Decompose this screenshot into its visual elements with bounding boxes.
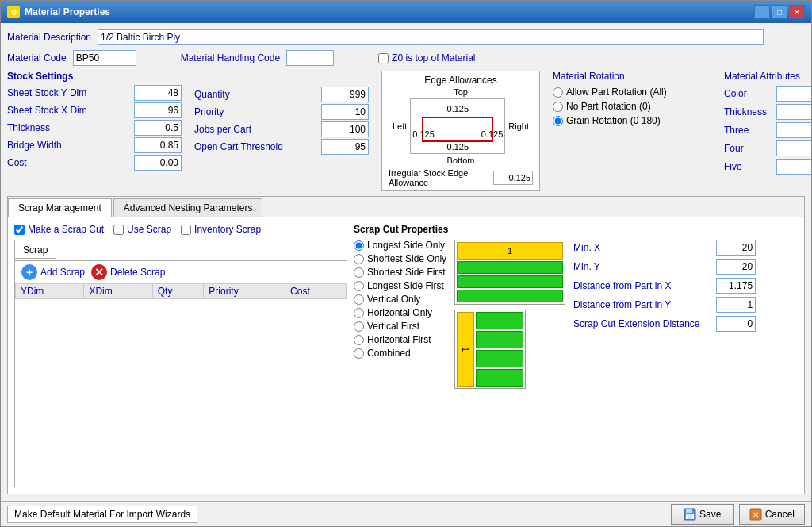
- cut-radio-1[interactable]: [354, 254, 364, 264]
- rotation-title: Material Rotation: [553, 71, 711, 82]
- qty-field-2: Jobs per Cart: [194, 121, 369, 137]
- cut-opt-label-0: Longest Side Only: [367, 240, 445, 251]
- stock-input-4[interactable]: [134, 155, 182, 171]
- cut-radio-8[interactable]: [354, 348, 364, 359]
- stock-label-1: Sheet Stock X Dim: [7, 105, 87, 116]
- radio-opt-7: Horizontal First: [354, 334, 446, 345]
- attr-label-2: Three: [724, 125, 772, 136]
- stock-field-0: Sheet Stock Y Dim: [7, 85, 182, 101]
- edge-left-text: Left: [393, 121, 407, 131]
- qty-input-1[interactable]: [321, 104, 369, 120]
- qty-input-0[interactable]: [321, 87, 369, 102]
- rotation-radio-2[interactable]: [553, 116, 563, 126]
- delete-scrap-label: Delete Scrap: [110, 267, 165, 278]
- rotation-radio-0[interactable]: [553, 87, 563, 98]
- cut-radio-7[interactable]: [354, 335, 364, 345]
- stock-field-4: Cost: [7, 155, 182, 171]
- vis-grn-c: [476, 350, 523, 367]
- visualization-area: 1 1: [454, 240, 565, 389]
- tab-advanced-nesting[interactable]: Advanced Nesting Parameters: [113, 198, 263, 217]
- material-handling-input[interactable]: [286, 50, 334, 66]
- attr-input-0[interactable]: [776, 86, 811, 102]
- cut-prop-input-4[interactable]: [716, 316, 756, 332]
- z0-checkbox[interactable]: [378, 53, 389, 63]
- use-scrap-checkbox[interactable]: [113, 225, 124, 235]
- vis-green-1: [457, 261, 563, 274]
- attr-input-3[interactable]: [776, 140, 811, 156]
- cut-prop-row-1: Min. Y: [573, 259, 756, 275]
- stock-field-1: Sheet Stock X Dim: [7, 102, 182, 118]
- svg-text:✕: ✕: [753, 510, 759, 519]
- cut-radio-6[interactable]: [354, 321, 364, 332]
- cut-prop-row-3: Distance from Part in Y: [573, 297, 756, 313]
- stock-input-3[interactable]: [134, 137, 182, 153]
- irregular-input[interactable]: [493, 171, 533, 185]
- irregular-label: Irregular Stock Edge Allowance: [389, 168, 490, 187]
- col-qty: Qty: [152, 284, 204, 299]
- scrap-tab[interactable]: Scrap: [15, 242, 56, 259]
- attr-input-2[interactable]: [776, 122, 811, 138]
- attr-row-0: Color: [724, 86, 811, 102]
- action-buttons: Save ✕ Cancel: [671, 504, 805, 525]
- stock-input-1[interactable]: [134, 102, 182, 118]
- qty-field-3: Open Cart Threshold: [194, 139, 369, 155]
- cut-radio-2[interactable]: [354, 267, 364, 278]
- default-material-btn[interactable]: Make Default Material For Import Wizards: [7, 506, 197, 523]
- qty-input-2[interactable]: [321, 121, 369, 137]
- attr-label-0: Color: [724, 88, 772, 99]
- make-scrap-checkbox[interactable]: [14, 225, 25, 235]
- rotation-radio-1[interactable]: [553, 102, 563, 112]
- z0-checkbox-row: Z0 is top of Material: [378, 52, 475, 63]
- attr-input-1[interactable]: [776, 104, 811, 120]
- maximize-button[interactable]: □: [772, 5, 787, 19]
- attr-label-1: Thickness: [724, 106, 772, 117]
- window-controls: — □ ✕: [754, 5, 805, 19]
- cut-opt-label-7: Horizontal First: [367, 334, 431, 345]
- add-scrap-button[interactable]: + Add Scrap: [21, 264, 85, 280]
- rotation-label-0: Allow Part Rotation (All): [566, 87, 667, 98]
- delete-scrap-button[interactable]: ✕ Delete Scrap: [91, 264, 165, 280]
- attr-input-4[interactable]: [776, 159, 811, 175]
- main-content: Material Description 1/2 Baltic Birch Pl…: [1, 23, 811, 501]
- cancel-button[interactable]: ✕ Cancel: [739, 504, 805, 525]
- material-code-label: Material Code: [7, 52, 67, 63]
- cut-radio-3[interactable]: [354, 281, 364, 291]
- radio-options-list: Longest Side Only Shortest Side Only Sho…: [354, 240, 446, 359]
- minimize-button[interactable]: —: [754, 5, 770, 19]
- rotation-option-0: Allow Part Rotation (All): [553, 87, 711, 98]
- svg-rect-1: [686, 509, 692, 513]
- use-scrap-label: Use Scrap: [127, 224, 171, 235]
- scrap-left-panel: Make a Scrap Cut Use Scrap Inventory Scr…: [14, 224, 347, 487]
- make-scrap-check: Make a Scrap Cut: [14, 224, 104, 235]
- close-button[interactable]: ✕: [789, 5, 805, 19]
- inventory-scrap-checkbox[interactable]: [181, 225, 191, 235]
- stock-input-2[interactable]: [134, 120, 182, 136]
- cut-radio-0[interactable]: [354, 240, 364, 251]
- stock-input-0[interactable]: [134, 85, 182, 101]
- stock-label-2: Thickness: [7, 122, 86, 133]
- col-xdim: XDim: [84, 284, 152, 299]
- cut-prop-input-3[interactable]: [716, 297, 756, 313]
- cut-prop-label-3: Distance from Part in Y: [573, 299, 671, 310]
- main-window: ⚙ Material Properties — □ ✕ Material Des…: [0, 0, 812, 527]
- tab-scrap-management[interactable]: Scrap Management: [8, 198, 112, 217]
- scrap-toolbar: + Add Scrap ✕ Delete Scrap: [15, 261, 347, 283]
- stock-settings-title: Stock Settings: [7, 71, 182, 82]
- cut-prop-input-1[interactable]: [716, 259, 756, 275]
- material-handling-label: Material Handling Code: [181, 52, 280, 63]
- cut-prop-input-0[interactable]: [716, 240, 756, 256]
- save-button[interactable]: Save: [671, 504, 734, 525]
- material-description-input[interactable]: 1/2 Baltic Birch Ply: [98, 29, 764, 45]
- bottom-vis: 1: [454, 310, 526, 389]
- material-rotation-section: Material Rotation Allow Part Rotation (A…: [553, 71, 711, 191]
- vis-green-column: [476, 312, 523, 387]
- save-label: Save: [699, 509, 721, 520]
- cut-radio-4[interactable]: [354, 294, 364, 305]
- cut-prop-input-2[interactable]: [716, 278, 756, 294]
- edge-diagram: Left 0.125 0.125 0.125 0.125: [393, 98, 529, 154]
- edge-bottom-value: 0.125: [447, 142, 469, 152]
- qty-input-3[interactable]: [321, 139, 369, 155]
- cut-radio-5[interactable]: [354, 308, 364, 318]
- material-code-input[interactable]: [73, 50, 136, 66]
- edge-right-text: Right: [508, 121, 529, 131]
